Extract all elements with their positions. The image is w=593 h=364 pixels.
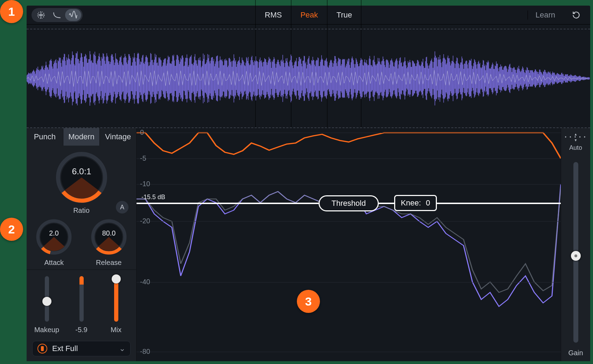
makeup-slider[interactable]: Makeup bbox=[33, 276, 61, 334]
attack-value: 2.0 bbox=[49, 229, 59, 237]
attack-label: Attack bbox=[36, 259, 72, 267]
level-history-graph[interactable]: -15.5 dB Threshold Knee: 0 0-5-10-20-40-… bbox=[137, 128, 561, 361]
gridline bbox=[137, 159, 561, 159]
auto-gain-button[interactable]: ▲ • • • • • ▼ Auto bbox=[565, 132, 586, 152]
threshold-handle[interactable]: -15.5 dB Threshold Knee: 0 bbox=[137, 203, 561, 204]
db-tick-label: -20 bbox=[140, 217, 150, 225]
controls-sidebar: Punch Modern Vintage 6.0:1 Ratio A bbox=[27, 128, 137, 361]
release-knob[interactable]: 80.0 Release bbox=[91, 219, 127, 267]
gridline bbox=[137, 133, 561, 133]
threshold-pill[interactable]: Threshold bbox=[319, 195, 379, 211]
series-gain_reduction bbox=[137, 133, 561, 158]
sidechain-label: Ext Full bbox=[52, 344, 78, 353]
lower-panel: Punch Modern Vintage 6.0:1 Ratio A bbox=[27, 128, 590, 361]
mode-tab-punch[interactable]: Punch bbox=[27, 128, 63, 146]
annotation-badge-1: 1 bbox=[0, 0, 23, 23]
db-tick-label: -5 bbox=[140, 154, 146, 162]
gain-curve-icon[interactable] bbox=[49, 9, 65, 21]
reset-icon[interactable] bbox=[569, 8, 583, 22]
release-value: 80.0 bbox=[102, 229, 116, 237]
chevron-down-icon: ⌄ bbox=[119, 344, 125, 353]
sidechain-dropdown[interactable]: Ext Full ⌄ bbox=[32, 341, 131, 356]
waveform-display bbox=[27, 29, 590, 128]
knee-value: 0 bbox=[426, 198, 430, 208]
output-gain-panel: ▲ • • • • • ▼ Auto Gain bbox=[561, 128, 590, 361]
db-tick-label: -80 bbox=[140, 348, 150, 356]
db-tick-label: 0 bbox=[140, 128, 144, 136]
ratio-knob[interactable]: 6.0:1 Ratio bbox=[56, 152, 107, 215]
top-toolbar: RMS Peak True Learn bbox=[27, 6, 590, 24]
display-mode-toggle bbox=[32, 8, 83, 22]
annotation-badge-3: 3 bbox=[297, 290, 320, 313]
release-label: Release bbox=[91, 259, 127, 267]
auto-release-toggle[interactable]: A bbox=[116, 201, 128, 214]
threshold-readout: -15.5 dB bbox=[141, 194, 165, 201]
ratio-label: Ratio bbox=[56, 206, 107, 215]
knob-section: 6.0:1 Ratio A 2.0 Attack bbox=[27, 146, 136, 270]
waveform-icon[interactable] bbox=[65, 9, 81, 21]
gridline bbox=[137, 352, 561, 352]
mix-slider[interactable]: Mix bbox=[102, 276, 130, 334]
detection-curve-icon[interactable] bbox=[33, 9, 49, 21]
gain-slider[interactable] bbox=[573, 162, 578, 343]
knee-input[interactable]: Knee: 0 bbox=[394, 195, 437, 211]
attack-knob[interactable]: 2.0 Attack bbox=[36, 219, 72, 267]
ratio-value: 6.0:1 bbox=[72, 167, 91, 176]
mode-tab-vintage[interactable]: Vintage bbox=[100, 128, 136, 146]
sidechain-active-icon bbox=[37, 344, 47, 354]
annotation-badge-2: 2 bbox=[0, 218, 23, 241]
auto-gain-label: Auto bbox=[565, 144, 586, 152]
db-tick-label: -40 bbox=[140, 278, 150, 286]
knee-label: Knee: bbox=[401, 198, 421, 208]
db-tick-label: -10 bbox=[140, 180, 150, 188]
threshold-slider[interactable]: -5.9 bbox=[68, 276, 96, 334]
gridline bbox=[137, 282, 561, 282]
sliders-section: Makeup -5.9 Mix bbox=[27, 270, 136, 336]
mode-tab-modern[interactable]: Modern bbox=[63, 128, 100, 146]
compressor-mode-tabs: Punch Modern Vintage bbox=[27, 128, 136, 146]
mix-label: Mix bbox=[102, 326, 130, 334]
gridline bbox=[137, 184, 561, 184]
gain-label: Gain bbox=[568, 349, 583, 357]
gridline bbox=[137, 221, 561, 222]
learn-button[interactable]: Learn bbox=[528, 10, 563, 20]
makeup-label: Makeup bbox=[33, 326, 61, 334]
threshold-slider-value: -5.9 bbox=[68, 326, 96, 334]
